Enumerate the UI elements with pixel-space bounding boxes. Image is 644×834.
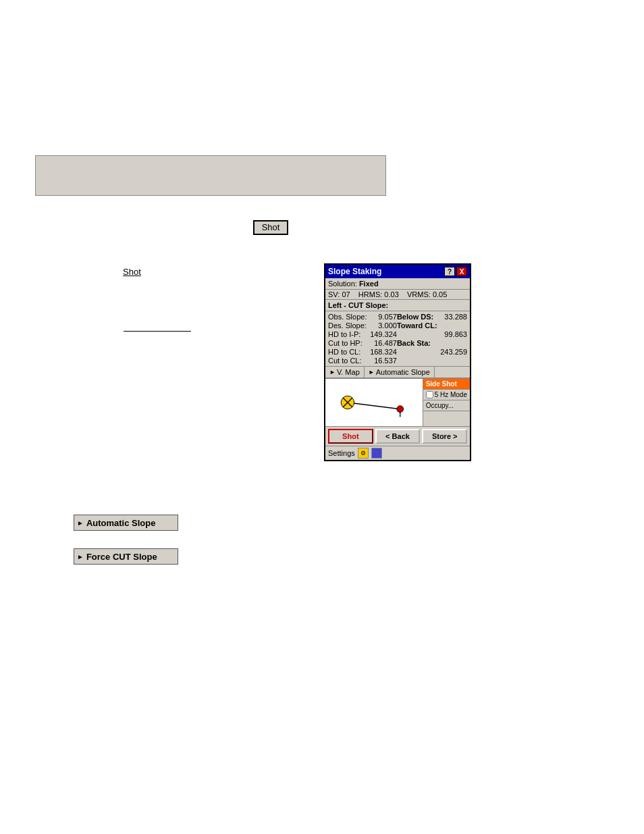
gray-bar [35,155,386,196]
shot-button[interactable]: Shot [328,429,373,444]
solution-row: Solution: Fixed [325,278,470,290]
tab-vmap-label: V. Map [337,368,360,376]
sv-label: SV: 07 [328,290,350,298]
occupy-button[interactable]: Occupy... [423,400,470,411]
hd-ip-label: HD to I-P: [328,330,367,338]
settings-icon[interactable]: ⚙ [358,448,369,459]
below-ds-label: Below DS: [397,313,437,321]
settings-text: Settings [328,449,355,457]
automatic-slope-label: Automatic Slope [86,518,156,528]
map-canvas [325,379,423,426]
automatic-slope-button[interactable]: ► Automatic Slope [74,515,178,531]
svg-point-6 [397,406,404,413]
blank-label-2 [397,348,437,356]
cut-cl-value: 16.537 [367,357,396,365]
section-header: Left - CUT Slope: [325,300,470,311]
below-ds-value: 33.288 [437,313,467,321]
back-sta-value2: 243.259 [437,348,467,356]
map-svg [325,379,423,426]
arrow-icon: ► [77,519,84,527]
tab-vmap-arrow: ► [329,369,336,375]
titlebar-controls: ? X [444,267,467,276]
map-side-buttons: Side Shot 5 Hz Mode Occupy... [423,379,470,426]
back-button[interactable]: < Back [375,429,421,444]
solution-label: Solution: [328,280,357,288]
dialog-title: Slope Staking [328,267,381,276]
map-area: Side Shot 5 Hz Mode Occupy... [325,378,470,427]
des-slope-label: Des. Slope: [328,321,367,330]
force-cut-slope-label: Force CUT Slope [86,552,157,562]
slope-staking-dialog: Slope Staking ? X Solution: Fixed SV: 07… [324,263,471,461]
toward-cl-value2: 99.863 [437,330,467,338]
five-hz-label: 5 Hz Mode [435,391,467,398]
cut-hp-label: Cut to HP: [328,339,367,347]
tab-row: ► V. Map ► Automatic Slope [325,366,470,378]
des-slope-value: 3.000 [367,321,396,330]
help-button[interactable]: ? [444,267,455,276]
hd-cl-value: 168.324 [367,348,396,356]
five-hz-checkbox[interactable] [426,391,433,398]
five-hz-mode-row[interactable]: 5 Hz Mode [423,390,470,400]
back-sta-value [437,339,467,347]
hd-ip-value: 149.324 [367,330,396,338]
hrms-label: HRMS: 0.03 [358,290,399,298]
data-grid: Obs. Slope: 9.057 Below DS: 33.288 Des. … [325,311,470,366]
back-sta-label: Back Sta: [397,339,437,347]
underline-decoration [124,331,191,332]
arrow-icon-2: ► [77,553,84,561]
store-button[interactable]: Store > [422,429,467,444]
settings-row: Settings ⚙ [325,446,470,460]
tab-auto-label: Automatic Slope [376,368,430,376]
tab-vmap[interactable]: ► V. Map [325,367,365,377]
blank-label-3 [397,357,437,365]
blank-value-3 [437,357,467,365]
force-cut-slope-button[interactable]: ► Force CUT Slope [74,548,178,565]
grid-icon[interactable] [371,448,382,459]
cut-cl-label: Cut to CL: [328,357,367,365]
obs-slope-value: 9.057 [367,313,396,321]
toward-cl-label: Toward CL: [397,321,437,330]
cut-hp-value: 16.487 [367,339,396,347]
dialog-titlebar: Slope Staking ? X [325,265,470,278]
tab-auto-arrow: ► [369,369,375,375]
shot-label-left[interactable]: Shot [123,267,141,277]
side-shot-button[interactable]: Side Shot [423,379,470,390]
close-button[interactable]: X [456,267,467,276]
toward-cl-value [437,321,467,330]
shot-button-top[interactable]: Shot [253,220,288,235]
hd-cl-label: HD to CL: [328,348,367,356]
sv-row: SV: 07 HRMS: 0.03 VRMS: 0.05 [325,290,470,300]
solution-value: Fixed [359,280,379,288]
vrms-label: VRMS: 0.05 [407,290,447,298]
tab-automatic-slope[interactable]: ► Automatic Slope [365,367,435,377]
blank-label-1 [397,330,437,338]
bottom-button-row: Shot < Back Store > [325,427,470,446]
obs-slope-label: Obs. Slope: [328,313,367,321]
